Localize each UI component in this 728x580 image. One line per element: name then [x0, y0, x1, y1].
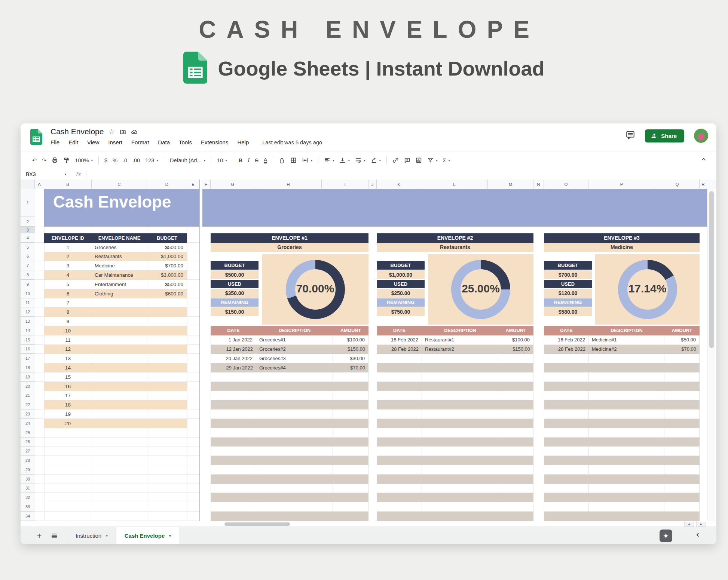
- column-header-C[interactable]: C: [92, 179, 147, 189]
- transaction-row[interactable]: [544, 484, 700, 493]
- column-header-H[interactable]: H: [255, 179, 322, 189]
- transaction-row[interactable]: [211, 438, 368, 447]
- transaction-row[interactable]: [211, 428, 368, 438]
- horizontal-scrollbar-thumb[interactable]: [224, 522, 290, 526]
- banner-cell-left[interactable]: Cash Envelope: [44, 189, 199, 227]
- menu-help[interactable]: Help: [237, 139, 249, 145]
- column-header-J[interactable]: J: [368, 179, 377, 189]
- transaction-row[interactable]: [377, 465, 533, 475]
- transaction-row[interactable]: [377, 363, 533, 372]
- transactions-header[interactable]: DATEDESCRIPTIONAMOUNT: [544, 326, 700, 335]
- row-header-11[interactable]: 11: [21, 298, 35, 308]
- row-header-19[interactable]: 19: [21, 372, 35, 382]
- strikethrough-button[interactable]: S: [252, 155, 261, 166]
- row-header-28[interactable]: 28: [21, 456, 35, 465]
- menu-insert[interactable]: Insert: [108, 139, 122, 145]
- vertical-align-icon-button[interactable]: ▾: [337, 155, 352, 166]
- increase-decimal-places-button[interactable]: .00: [130, 155, 143, 166]
- transaction-row[interactable]: [377, 382, 533, 391]
- used-value[interactable]: $350.00: [211, 289, 259, 298]
- row-header-24[interactable]: 24: [21, 419, 35, 428]
- envelope-name-cell[interactable]: Restaurants: [377, 243, 533, 252]
- paint-format-icon-button[interactable]: [61, 155, 72, 166]
- transaction-row[interactable]: [211, 512, 368, 521]
- transaction-row[interactable]: [377, 438, 533, 447]
- transaction-row[interactable]: [211, 419, 368, 428]
- transaction-row[interactable]: [211, 484, 368, 493]
- budget-label[interactable]: BUDGET: [211, 261, 259, 270]
- transaction-row[interactable]: [211, 475, 368, 484]
- transaction-row[interactable]: [544, 438, 700, 447]
- row-header-20[interactable]: 20: [21, 382, 35, 391]
- font-size-select-button[interactable]: 10▾: [214, 155, 230, 166]
- transaction-row[interactable]: 28 Feb 2022Medicine#2$70.00: [544, 345, 700, 354]
- transactions-header[interactable]: DATEDESCRIPTIONAMOUNT: [377, 326, 533, 335]
- transaction-row[interactable]: [544, 465, 700, 475]
- transaction-row[interactable]: [544, 428, 700, 438]
- used-label[interactable]: USED: [377, 280, 425, 288]
- column-header-F[interactable]: F: [202, 179, 211, 189]
- all-sheets-icon[interactable]: [47, 527, 62, 544]
- row-header-23[interactable]: 23: [21, 409, 35, 419]
- row-header-27[interactable]: 27: [21, 446, 35, 456]
- zoom-select-button[interactable]: 100%▾: [72, 155, 95, 166]
- transaction-row[interactable]: [211, 465, 368, 475]
- transaction-row[interactable]: [377, 400, 533, 409]
- row-header-2[interactable]: 2: [21, 217, 35, 227]
- menu-data[interactable]: Data: [158, 139, 170, 145]
- column-header-E[interactable]: E: [187, 179, 199, 189]
- row-header-16[interactable]: 16: [21, 345, 35, 354]
- row-header-12[interactable]: 12: [21, 307, 35, 317]
- transaction-row[interactable]: [544, 493, 700, 502]
- row-header-4[interactable]: 4: [21, 233, 35, 243]
- transaction-row[interactable]: 1 Jan 2022Groceries#1$100.00: [211, 335, 368, 345]
- column-header-O[interactable]: O: [544, 179, 588, 189]
- comment-history-icon[interactable]: [625, 130, 635, 141]
- envelope-table-row[interactable]: 9: [44, 317, 187, 326]
- envelope-table-row[interactable]: 15: [44, 372, 187, 382]
- transaction-row[interactable]: [544, 419, 700, 428]
- transaction-row[interactable]: [544, 363, 700, 372]
- menu-edit[interactable]: Edit: [68, 139, 78, 145]
- column-header-D[interactable]: D: [147, 179, 187, 189]
- column-header-K[interactable]: K: [377, 179, 421, 189]
- transactions-header[interactable]: DATEDESCRIPTIONAMOUNT: [211, 326, 368, 335]
- row-header-13[interactable]: 13: [21, 317, 35, 326]
- vertical-scrollbar[interactable]: [707, 189, 715, 521]
- envelope-table-header[interactable]: ENVELOPE IDENVELOPE NAMEBUDGET: [44, 233, 187, 243]
- transaction-row[interactable]: [377, 428, 533, 438]
- envelope-table-row[interactable]: 6Clothing$600.00: [44, 289, 187, 298]
- column-header-G[interactable]: G: [211, 179, 255, 189]
- envelope-table-row[interactable]: 8: [44, 307, 187, 317]
- row-header-22[interactable]: 22: [21, 400, 35, 409]
- transaction-row[interactable]: [211, 382, 368, 391]
- column-header-Q[interactable]: Q: [655, 179, 700, 189]
- used-value[interactable]: $120.00: [544, 289, 592, 298]
- remaining-label[interactable]: REMAINING: [544, 298, 592, 307]
- menu-file[interactable]: File: [51, 139, 59, 145]
- remaining-value[interactable]: $580.00: [544, 307, 592, 316]
- transaction-row[interactable]: [544, 456, 700, 465]
- transaction-row[interactable]: 12 Jan 2022Groceries#2$150.00: [211, 345, 368, 354]
- transaction-row[interactable]: [377, 372, 533, 382]
- row-header-9[interactable]: 9: [21, 280, 35, 289]
- transaction-row[interactable]: [211, 446, 368, 456]
- envelope-table-row[interactable]: 18: [44, 400, 187, 409]
- font-select-button[interactable]: Default (Ari...▾: [167, 155, 208, 166]
- envelope-table-row[interactable]: 1Groceries$500.00: [44, 243, 187, 252]
- print-icon-button[interactable]: [49, 155, 61, 166]
- row-header-33[interactable]: 33: [21, 502, 35, 512]
- column-header-A[interactable]: A: [35, 179, 44, 189]
- share-button[interactable]: Share: [645, 129, 684, 142]
- explore-button[interactable]: [660, 530, 672, 542]
- envelope-title-cell[interactable]: ENVELOPE #2: [377, 233, 533, 243]
- row-header-1[interactable]: 1: [21, 189, 35, 217]
- envelope-table-row[interactable]: 10: [44, 326, 187, 335]
- create-filter-icon-button[interactable]: ▾: [425, 155, 440, 166]
- transaction-row[interactable]: [377, 456, 533, 465]
- transaction-row[interactable]: [377, 354, 533, 363]
- account-avatar[interactable]: [694, 129, 708, 143]
- decrease-decimal-places-button[interactable]: .0: [120, 155, 130, 166]
- sheet-tab-cash-envelope[interactable]: Cash Envelope▾: [116, 527, 179, 544]
- functions-button[interactable]: Σ▾: [440, 155, 453, 166]
